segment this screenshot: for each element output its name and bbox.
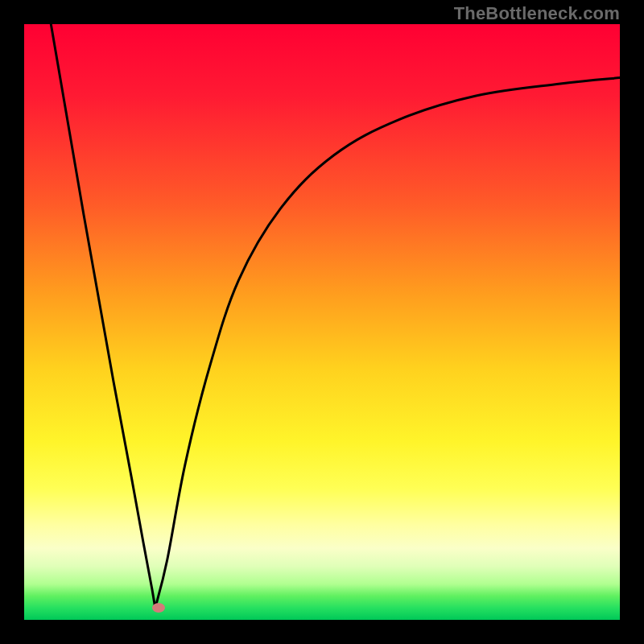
- curve-left-branch: [51, 24, 155, 608]
- curve-right-branch: [155, 78, 620, 609]
- chart-frame: TheBottleneck.com: [0, 0, 644, 644]
- vertex-marker: [152, 603, 165, 613]
- plot-area: [24, 24, 620, 620]
- bottleneck-curve: [24, 24, 620, 620]
- watermark-text: TheBottleneck.com: [454, 3, 620, 24]
